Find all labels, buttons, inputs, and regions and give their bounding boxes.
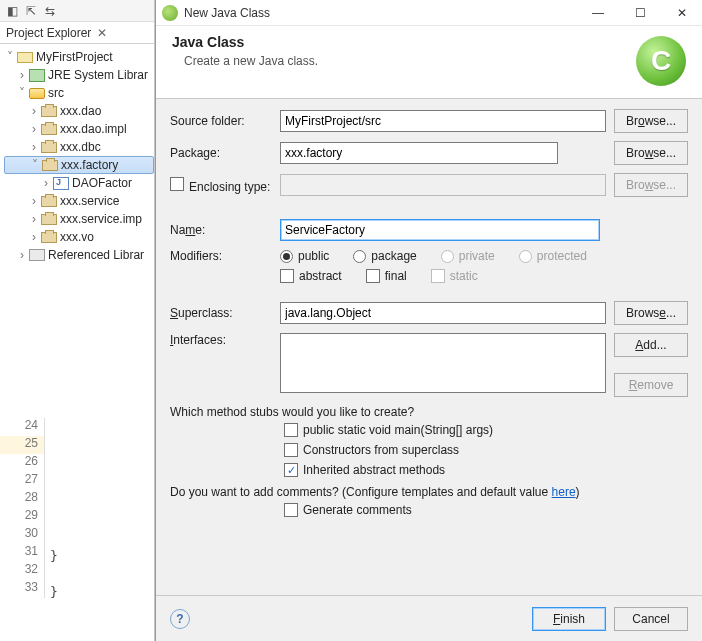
- new-java-class-dialog: New Java Class — ☐ ✕ Java Class Create a…: [155, 0, 702, 641]
- chevron-right-icon[interactable]: ›: [28, 194, 40, 208]
- package-icon: [41, 142, 57, 153]
- line-number: 24: [0, 418, 45, 436]
- stub-constructors-check[interactable]: Constructors from superclass: [284, 443, 688, 457]
- browse-superclass-button[interactable]: Browse...: [614, 301, 688, 325]
- dialog-app-icon: [162, 5, 178, 21]
- maximize-icon[interactable]: ☐: [626, 3, 654, 23]
- dialog-footer: ? Finish Cancel: [156, 595, 702, 641]
- line-number: 26: [0, 454, 45, 472]
- line-number: 31: [0, 544, 45, 562]
- focus-icon[interactable]: ◧: [4, 3, 20, 19]
- comments-question: Do you want to add comments? (Configure …: [170, 485, 688, 499]
- banner-title: Java Class: [172, 34, 636, 50]
- line-number: 28: [0, 490, 45, 508]
- package-icon: [41, 106, 57, 117]
- package-node[interactable]: › xxx.service.imp: [4, 210, 154, 228]
- chevron-right-icon[interactable]: ›: [28, 122, 40, 136]
- src-node[interactable]: ˅ src: [4, 84, 154, 102]
- finish-button[interactable]: Finish: [532, 607, 606, 631]
- remove-interface-button: Remove: [614, 373, 688, 397]
- package-node[interactable]: › xxx.dao.impl: [4, 120, 154, 138]
- chevron-right-icon[interactable]: ›: [28, 104, 40, 118]
- banner-subtitle: Create a new Java class.: [172, 54, 636, 68]
- chevron-right-icon[interactable]: ›: [28, 230, 40, 244]
- dialog-form: Source folder: Browse... Package: Browse…: [156, 99, 702, 595]
- chevron-down-icon[interactable]: ˅: [4, 50, 16, 64]
- referenced-libraries-icon: [29, 249, 45, 261]
- link-icon[interactable]: ⇆: [42, 3, 58, 19]
- package-node-selected[interactable]: ˅ xxx.factory: [4, 156, 154, 174]
- interfaces-label: Interfaces:: [170, 333, 280, 347]
- chevron-right-icon[interactable]: ›: [16, 68, 28, 82]
- modifier-private-radio: private: [441, 249, 495, 263]
- interfaces-list[interactable]: [280, 333, 606, 393]
- modifier-public-radio[interactable]: public: [280, 249, 329, 263]
- chevron-right-icon[interactable]: ›: [28, 140, 40, 154]
- chevron-down-icon[interactable]: ˅: [29, 158, 41, 172]
- enclosing-type-option[interactable]: Enclosing type:: [170, 177, 280, 194]
- configure-templates-link[interactable]: here: [552, 485, 576, 499]
- editor-gutter: 24252627282930313233: [0, 418, 45, 598]
- modifier-abstract-check[interactable]: abstract: [280, 269, 342, 283]
- dialog-titlebar[interactable]: New Java Class — ☐ ✕: [156, 0, 702, 26]
- close-icon[interactable]: ✕: [668, 3, 696, 23]
- collapse-icon[interactable]: ⇱: [23, 3, 39, 19]
- chevron-right-icon[interactable]: ›: [16, 248, 28, 262]
- project-node[interactable]: ˅ MyFirstProject: [4, 48, 154, 66]
- line-number: 33: [0, 580, 45, 598]
- enclosing-type-input: [280, 174, 606, 196]
- minimize-icon[interactable]: —: [584, 3, 612, 23]
- java-class-icon: C: [636, 36, 686, 86]
- modifier-package-radio[interactable]: package: [353, 249, 416, 263]
- superclass-label: Superclass:: [170, 306, 280, 320]
- project-tree: ˅ MyFirstProject › JRE System Librar ˅ s…: [0, 44, 154, 264]
- package-node[interactable]: › xxx.service: [4, 192, 154, 210]
- browse-source-button[interactable]: Browse...: [614, 109, 688, 133]
- line-number: 27: [0, 472, 45, 490]
- package-label: Package:: [170, 146, 280, 160]
- modifier-final-check[interactable]: final: [366, 269, 407, 283]
- line-number: 32: [0, 562, 45, 580]
- help-icon[interactable]: ?: [170, 609, 190, 629]
- source-folder-label: Source folder:: [170, 114, 280, 128]
- line-number: 29: [0, 508, 45, 526]
- line-number: 30: [0, 526, 45, 544]
- cancel-button[interactable]: Cancel: [614, 607, 688, 631]
- package-icon: [41, 232, 57, 243]
- package-input[interactable]: [280, 142, 558, 164]
- stub-main-check[interactable]: public static void main(String[] args): [284, 423, 688, 437]
- project-explorer-tab[interactable]: Project Explorer ✕: [0, 22, 154, 44]
- modifiers-label: Modifiers:: [170, 249, 280, 263]
- package-node[interactable]: › xxx.vo: [4, 228, 154, 246]
- close-icon[interactable]: ✕: [97, 26, 107, 40]
- jre-node[interactable]: › JRE System Librar: [4, 66, 154, 84]
- stub-inherited-check[interactable]: Inherited abstract methods: [284, 463, 688, 477]
- superclass-input[interactable]: [280, 302, 606, 324]
- package-node[interactable]: › xxx.dao: [4, 102, 154, 120]
- line-number: 25: [0, 436, 45, 454]
- generate-comments-check[interactable]: Generate comments: [284, 503, 688, 517]
- name-input[interactable]: [280, 219, 600, 241]
- source-folder-icon: [29, 88, 45, 99]
- chevron-down-icon[interactable]: ˅: [16, 86, 28, 100]
- chevron-right-icon[interactable]: ›: [40, 176, 52, 190]
- dialog-title: New Java Class: [184, 6, 584, 20]
- source-folder-input[interactable]: [280, 110, 606, 132]
- editor-content-fragment: } }: [50, 548, 58, 602]
- name-label: Name:: [170, 223, 280, 237]
- modifier-static-check: static: [431, 269, 478, 283]
- chevron-right-icon[interactable]: ›: [28, 212, 40, 226]
- package-node[interactable]: › xxx.dbc: [4, 138, 154, 156]
- dialog-banner: Java Class Create a new Java class. C: [156, 26, 702, 99]
- browse-package-button[interactable]: Browse...: [614, 141, 688, 165]
- java-file-node[interactable]: › DAOFactor: [4, 174, 154, 192]
- add-interface-button[interactable]: Add...: [614, 333, 688, 357]
- project-explorer-label: Project Explorer: [6, 26, 91, 40]
- library-icon: [29, 69, 45, 82]
- project-label: MyFirstProject: [36, 50, 113, 64]
- package-icon: [42, 160, 58, 171]
- package-icon: [41, 196, 57, 207]
- enclosing-type-checkbox[interactable]: [170, 177, 184, 191]
- explorer-toolbar: ◧ ⇱ ⇆: [0, 0, 154, 22]
- referenced-libraries-node[interactable]: › Referenced Librar: [4, 246, 154, 264]
